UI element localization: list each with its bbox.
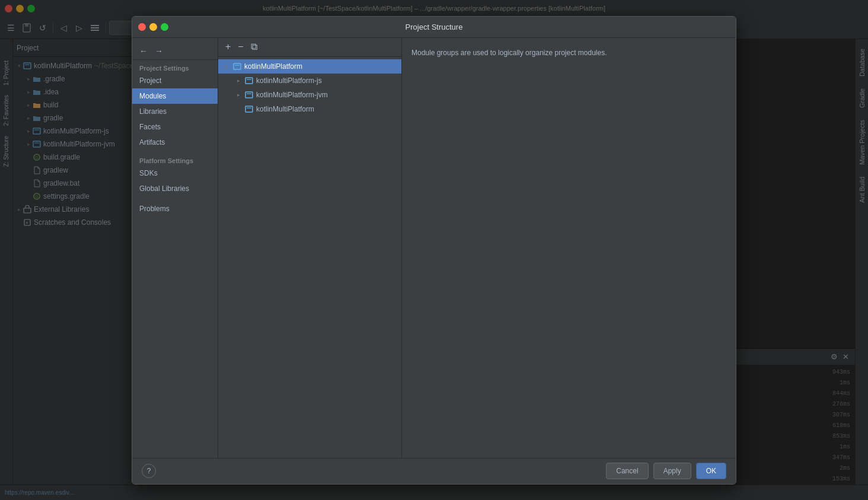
module-name: kotlinMultiPlatform [256, 105, 314, 113]
module-add-btn[interactable]: + [223, 40, 233, 53]
modal-traffic-lights[interactable] [138, 23, 168, 31]
nav-artifacts-label: Artifacts [139, 138, 165, 147]
platform-settings-label: Platform Settings [132, 155, 218, 165]
cancel-button[interactable]: Cancel [606, 463, 648, 479]
modal-close-btn[interactable] [138, 23, 146, 31]
module-name: kotlinMultiPlatform [244, 62, 302, 71]
nav-item-facets[interactable]: Facets [132, 119, 218, 135]
modal-footer-left: ? [142, 464, 156, 478]
module-name: kotlinMultiPlatform-jvm [256, 91, 328, 99]
project-structure-modal: Project Structure ← → Project Settings P… [132, 16, 736, 485]
detail-text: Module groups are used to logically orga… [411, 47, 726, 58]
modal-nav: ← → Project Settings Project Modules Lib… [132, 38, 218, 458]
modal-title: Project Structure [406, 23, 463, 31]
module-list-item[interactable]: ▾kotlinMultiPlatform [218, 59, 401, 74]
nav-sdks-label: SDKs [139, 169, 158, 177]
nav-problems-label: Problems [139, 205, 170, 213]
module-expand: ▸ [235, 77, 242, 84]
modal-titlebar: Project Structure [132, 17, 736, 38]
module-expand: ▾ [223, 63, 230, 70]
nav-global-libs-label: Global Libraries [139, 184, 189, 193]
nav-item-project[interactable]: Project [132, 73, 218, 88]
project-settings-label: Project Settings [132, 62, 218, 73]
nav-item-problems[interactable]: Problems [132, 201, 218, 216]
module-list-item[interactable]: kotlinMultiPlatform [218, 102, 401, 116]
nav-item-libraries[interactable]: Libraries [132, 104, 218, 119]
module-remove-btn[interactable]: − [235, 40, 245, 53]
module-icon [244, 76, 254, 85]
nav-back-btn[interactable]: ← [137, 45, 150, 57]
module-list-item[interactable]: ▸kotlinMultiPlatform-js [218, 74, 401, 88]
svg-rect-24 [247, 107, 251, 109]
modal-body: ← → Project Settings Project Modules Lib… [132, 38, 736, 458]
modal-overlay: Project Structure ← → Project Settings P… [0, 0, 868, 500]
ok-button[interactable]: OK [696, 463, 726, 479]
modal-footer-right: Cancel Apply OK [606, 463, 726, 479]
nav-modules-label: Modules [139, 92, 166, 100]
svg-rect-21 [245, 92, 253, 98]
detail-panel: Module groups are used to logically orga… [402, 38, 736, 458]
module-copy-btn[interactable]: ⧉ [248, 40, 260, 53]
module-icon [244, 90, 254, 100]
svg-rect-18 [235, 65, 240, 66]
nav-item-artifacts[interactable]: Artifacts [132, 135, 218, 150]
module-list-toolbar: + − ⧉ [218, 38, 401, 57]
nav-libraries-label: Libraries [139, 107, 167, 116]
module-expand [235, 106, 242, 113]
nav-item-modules[interactable]: Modules [132, 88, 218, 104]
nav-item-sdks[interactable]: SDKs [132, 165, 218, 181]
svg-rect-23 [245, 106, 253, 112]
modal-nav-toolbar: ← → [132, 43, 218, 60]
nav-item-global-libs[interactable]: Global Libraries [132, 181, 218, 196]
modal-footer: ? Cancel Apply OK [132, 458, 736, 484]
module-name: kotlinMultiPlatform-js [256, 77, 322, 85]
apply-button[interactable]: Apply [653, 463, 691, 479]
help-button[interactable]: ? [142, 464, 156, 478]
module-list: ▾kotlinMultiPlatform▸kotlinMultiPlatform… [218, 57, 401, 458]
nav-forward-btn[interactable]: → [152, 45, 165, 57]
module-expand: ▸ [235, 91, 242, 98]
module-list-panel: + − ⧉ ▾kotlinMultiPlatform▸kotlinMultiPl… [218, 38, 402, 458]
svg-rect-17 [234, 63, 241, 69]
modal-max-btn[interactable] [161, 23, 168, 31]
modal-min-btn[interactable] [149, 23, 157, 31]
module-icon [232, 62, 242, 71]
svg-rect-22 [247, 93, 251, 94]
nav-spacer [132, 196, 218, 201]
nav-facets-label: Facets [139, 123, 161, 131]
module-list-item[interactable]: ▸kotlinMultiPlatform-jvm [218, 88, 401, 102]
nav-project-label: Project [139, 77, 161, 85]
svg-rect-20 [247, 79, 251, 80]
module-icon [244, 104, 254, 114]
svg-rect-19 [245, 78, 253, 84]
